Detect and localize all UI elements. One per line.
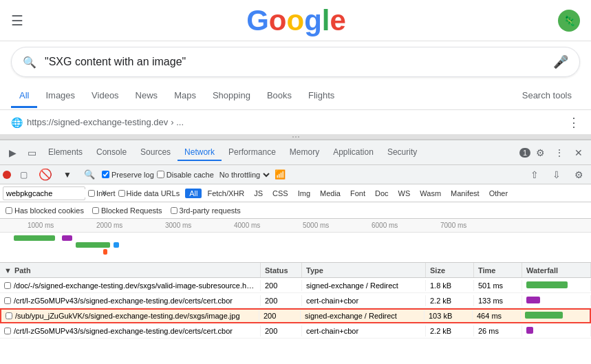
row4-checkbox[interactable] <box>4 328 11 334</box>
throttle-select[interactable]: No throttling <box>217 170 272 180</box>
search-bar: 🔍 🎤 <box>11 47 580 77</box>
inspect-icon[interactable]: ▶ <box>3 143 22 162</box>
third-party-text: 3rd-party requests <box>180 206 241 215</box>
filter-other[interactable]: Other <box>485 189 513 198</box>
filter-img[interactable]: Img <box>294 189 314 198</box>
devtools-tab-application[interactable]: Application <box>326 144 380 161</box>
hide-data-urls-checkbox[interactable] <box>118 190 125 197</box>
col-path[interactable]: ▼ Path <box>0 263 261 277</box>
devtools-tab-security[interactable]: Security <box>380 144 424 161</box>
row2-waterfall-bar <box>526 297 540 303</box>
third-party-label[interactable]: 3rd-party requests <box>171 206 241 215</box>
record-icon[interactable] <box>3 171 11 179</box>
table-row[interactable]: /crt/l-zG5oMUPv43/s/signed-exchange-test… <box>0 293 591 308</box>
tab-videos[interactable]: Videos <box>83 85 127 108</box>
filter-icon[interactable]: ▼ <box>58 165 77 184</box>
row1-checkbox[interactable] <box>4 282 11 289</box>
has-blocked-row: Has blocked cookies Blocked Requests 3rd… <box>0 202 591 219</box>
row4-status: 200 <box>261 325 302 336</box>
invert-checkbox[interactable] <box>88 190 95 197</box>
tab-news[interactable]: News <box>127 85 166 108</box>
row3-checkbox[interactable] <box>6 312 12 319</box>
waterfall-bar-3 <box>76 242 110 248</box>
invert-label[interactable]: Invert <box>88 189 116 197</box>
preserve-log-label[interactable]: Preserve log <box>102 171 154 179</box>
search-input[interactable] <box>45 56 553 68</box>
third-party-checkbox[interactable] <box>171 207 178 214</box>
devtools-tab-console[interactable]: Console <box>89 144 133 161</box>
tab-maps[interactable]: Maps <box>166 85 204 108</box>
filter-wasm[interactable]: Wasm <box>416 189 445 198</box>
col-waterfall[interactable]: Waterfall <box>522 263 591 277</box>
tab-all[interactable]: All <box>11 85 37 108</box>
preserve-log-text: Preserve log <box>111 171 154 179</box>
filter-js[interactable]: JS <box>250 189 267 198</box>
filter-doc[interactable]: Doc <box>371 189 393 198</box>
disable-cache-text: Disable cache <box>166 171 214 179</box>
filter-all[interactable]: All <box>185 189 202 198</box>
mic-icon[interactable]: 🎤 <box>553 54 568 69</box>
table-row-highlighted[interactable]: /sub/ypu_jZuGukVK/s/signed-exchange-test… <box>0 308 591 323</box>
row3-time: 464 ms <box>473 310 521 321</box>
has-blocked-cookies-checkbox[interactable] <box>6 207 12 214</box>
col-path-label: Path <box>14 266 31 275</box>
filter-css[interactable]: CSS <box>268 189 292 198</box>
col-time[interactable]: Time <box>474 263 522 277</box>
close-devtools-icon[interactable]: ✕ <box>569 143 588 162</box>
row2-time: 133 ms <box>474 295 522 306</box>
row1-time: 501 ms <box>474 280 522 291</box>
search-network-icon[interactable]: 🔍 <box>80 165 99 184</box>
devtools-tab-elements[interactable]: Elements <box>41 144 89 161</box>
devtools-panel: ▶ ▭ Elements Console Sources Network Per… <box>0 139 591 364</box>
filter-manifest[interactable]: Manifest <box>447 189 484 198</box>
tab-books[interactable]: Books <box>259 85 300 108</box>
tab-flights[interactable]: Flights <box>300 85 343 108</box>
blocked-requests-checkbox[interactable] <box>92 207 99 214</box>
tab-images[interactable]: Images <box>37 85 83 108</box>
blocked-requests-text: Blocked Requests <box>101 206 162 215</box>
blocked-requests-label[interactable]: Blocked Requests <box>92 206 162 215</box>
row4-waterfall <box>522 325 591 336</box>
more-icon[interactable]: ⋮ <box>568 115 580 130</box>
filter-media[interactable]: Media <box>316 189 345 198</box>
col-status[interactable]: Status <box>261 263 302 277</box>
filter-fetch-xhr[interactable]: Fetch/XHR <box>203 189 248 198</box>
filter-font[interactable]: Font <box>346 189 369 198</box>
invert-text: Invert <box>96 189 116 197</box>
table-row[interactable]: /crt/l-zG5oMUPv43/s/signed-exchange-test… <box>0 323 591 339</box>
col-size[interactable]: Size <box>426 263 474 277</box>
filter-input[interactable] <box>6 189 101 197</box>
hide-data-urls-label[interactable]: Hide data URLs <box>118 189 180 197</box>
has-blocked-cookies-label[interactable]: Has blocked cookies <box>6 206 84 215</box>
disable-cache-checkbox[interactable] <box>157 171 164 178</box>
clear-icon[interactable]: 🚫 <box>36 165 55 184</box>
devtools-tab-memory[interactable]: Memory <box>283 144 326 161</box>
tab-search-tools[interactable]: Search tools <box>514 85 580 108</box>
settings-icon[interactable]: ⚙ <box>530 143 550 162</box>
table-row[interactable]: /doc/-/s/signed-exchange-testing.dev/sxg… <box>0 278 591 293</box>
waterfall-bar-2 <box>62 235 72 241</box>
row2-path: /crt/l-zG5oMUPv43/s/signed-exchange-test… <box>0 295 261 306</box>
search-icon: 🔍 <box>23 56 36 69</box>
row4-waterfall-bar <box>526 327 533 334</box>
settings-network-icon[interactable]: ⚙ <box>569 165 588 184</box>
import-icon[interactable]: ⇧ <box>525 165 544 184</box>
export-icon[interactable]: ⇩ <box>547 165 566 184</box>
more-options-icon[interactable]: ⋮ <box>550 143 569 162</box>
wifi-icon: 📶 <box>275 169 286 180</box>
tab-shopping[interactable]: Shopping <box>204 85 259 108</box>
devtools-tab-performance[interactable]: Performance <box>222 144 283 161</box>
hamburger-icon[interactable]: ☰ <box>11 12 23 29</box>
profile-icon[interactable]: 🦎 <box>558 10 580 32</box>
row1-path: /doc/-/s/signed-exchange-testing.dev/sxg… <box>0 280 261 291</box>
row2-checkbox[interactable] <box>4 297 11 304</box>
devtools-tab-sources[interactable]: Sources <box>133 144 178 161</box>
disable-cache-label[interactable]: Disable cache <box>157 171 214 179</box>
stop-icon[interactable]: ▢ <box>14 165 33 184</box>
devtools-tab-network[interactable]: Network <box>178 144 222 161</box>
preserve-log-checkbox[interactable] <box>102 171 109 178</box>
col-type[interactable]: Type <box>302 263 426 277</box>
device-icon[interactable]: ▭ <box>22 143 41 162</box>
filter-ws[interactable]: WS <box>394 189 415 198</box>
result-url[interactable]: https://signed-exchange-testing.dev <box>27 117 168 127</box>
